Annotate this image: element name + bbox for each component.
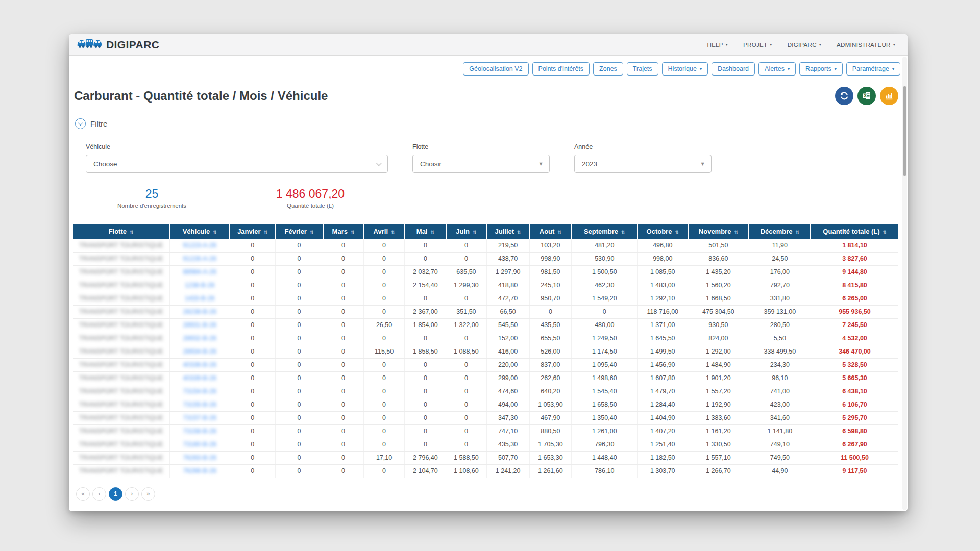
toolbar-button-label: Zones	[599, 65, 617, 72]
vehicule-link[interactable]: 73154-B-26	[183, 388, 216, 395]
month-cell: 1 251,40	[638, 438, 688, 451]
pagination-last[interactable]: »	[141, 487, 155, 501]
column-header-mai[interactable]: Mai⇅	[405, 224, 446, 239]
toolbar-button-historique[interactable]: Historique▾	[662, 62, 708, 76]
month-cell: 1 484,90	[688, 358, 749, 371]
month-cell: 462,30	[572, 279, 638, 292]
month-cell: 0	[363, 252, 405, 265]
month-cell: 0	[446, 332, 486, 345]
month-cell: 0	[230, 265, 275, 279]
column-header-novembre[interactable]: Novembre⇅	[688, 224, 749, 239]
vehicule-select[interactable]: Choose	[86, 155, 388, 173]
flotte-value: TRANSPORT TOURISTIQUE	[79, 401, 163, 408]
vehicule-link[interactable]: 28931-B-26	[183, 321, 216, 329]
month-cell: 0	[275, 318, 323, 332]
vehicule-link[interactable]: 28934-B-26	[183, 348, 216, 355]
month-cell: 0	[405, 385, 446, 398]
month-cell: 0	[275, 451, 323, 464]
chevron-down-icon: ▾	[726, 42, 728, 47]
toolbar-button-zones[interactable]: Zones	[593, 62, 623, 76]
nav-item-digiparc[interactable]: DIGIPARC▾	[788, 42, 821, 48]
filter-collapse-icon[interactable]	[75, 118, 86, 129]
column-header-v-hicule[interactable]: Véhicule⇅	[169, 224, 230, 239]
vehicule-link[interactable]: 73160-B-26	[183, 441, 216, 448]
column-header-aout[interactable]: Aout⇅	[529, 224, 571, 239]
nav-item-projet[interactable]: PROJET▾	[743, 42, 772, 48]
vehicule-link[interactable]: 76263-B-26	[183, 454, 216, 461]
chevron-down-icon: ▾	[700, 67, 702, 71]
vehicule-link[interactable]: 28932-B-26	[183, 335, 216, 342]
total-cell: 6 598,80	[811, 424, 898, 438]
filter-section: Filtre VéhiculeChooseFlotteChoisir▼Année…	[75, 118, 898, 173]
month-cell: 0	[275, 358, 323, 371]
toolbar-button-rapports[interactable]: Rapports▾	[799, 62, 843, 76]
annee-select[interactable]: 2023▼	[574, 155, 712, 173]
column-header-juillet[interactable]: Juillet⇅	[486, 224, 529, 239]
vehicule-link[interactable]: 73157-B-26	[183, 414, 216, 421]
vehicule-link[interactable]: 88984-A-26	[183, 268, 216, 276]
table-row: TRANSPORT TOURISTIQUE88984-A-2600002 032…	[73, 265, 898, 279]
month-cell: 0	[405, 292, 446, 305]
toolbar-button-param-trage[interactable]: Paramétrage▾	[846, 62, 900, 76]
vehicule-link[interactable]: 40339-B-26	[183, 374, 216, 382]
vehicule-link[interactable]: 40336-B-26	[183, 361, 216, 368]
vehicule-link[interactable]: 28238-B-26	[183, 308, 216, 315]
sort-icon: ⇅	[264, 230, 268, 235]
vehicule-cell: 73160-B-26	[169, 438, 230, 451]
month-cell: 1 500,50	[572, 265, 638, 279]
month-cell: 1 456,90	[638, 358, 688, 371]
vehicule-link[interactable]: 1238-B-26	[185, 282, 214, 289]
month-cell: 494,00	[486, 398, 529, 411]
column-header-avril[interactable]: Avril⇅	[363, 224, 405, 239]
column-header-flotte[interactable]: Flotte⇅	[73, 224, 169, 239]
toolbar-button-g-olocalisation-v2[interactable]: Géolocalisation V2	[463, 62, 528, 76]
nav-item-administrateur[interactable]: ADMINISTRATEUR▾	[837, 42, 895, 48]
vehicule-cell: 91223-A-26	[169, 239, 230, 252]
table-row: TRANSPORT TOURISTIQUE91226-A-26000000438…	[73, 252, 898, 265]
month-cell: 836,60	[688, 252, 749, 265]
month-cell: 0	[275, 371, 323, 385]
scrollbar-track[interactable]	[902, 57, 907, 510]
pagination-prev[interactable]: ‹	[92, 487, 106, 501]
month-cell: 1 658,50	[572, 398, 638, 411]
vehicule-link[interactable]: 91223-A-26	[183, 242, 216, 249]
month-cell: 981,50	[529, 265, 571, 279]
table-row: TRANSPORT TOURISTIQUE76266-B-2600002 104…	[73, 464, 898, 478]
nav-item-help[interactable]: HELP▾	[707, 42, 728, 48]
app-window: DIGIPARC HELP▾PROJET▾DIGIPARC▾ADMINISTRA…	[69, 34, 908, 511]
column-header-d-cembre[interactable]: Décembre⇅	[749, 224, 811, 239]
month-cell: 1 560,20	[688, 279, 749, 292]
month-cell: 786,10	[572, 464, 638, 478]
toolbar-button-trajets[interactable]: Trajets	[627, 62, 658, 76]
toolbar-button-alertes[interactable]: Alertes▾	[758, 62, 796, 76]
column-header-octobre[interactable]: Octobre⇅	[638, 224, 688, 239]
month-cell: 655,50	[529, 332, 571, 345]
bar-chart-button[interactable]	[880, 87, 898, 105]
vehicule-link[interactable]: 73155-B-26	[183, 401, 216, 408]
column-header-janvier[interactable]: Janvier⇅	[230, 224, 275, 239]
month-cell: 501,50	[688, 239, 749, 252]
fuel-table: Flotte⇅Véhicule⇅Janvier⇅Février⇅Mars⇅Avr…	[73, 224, 898, 478]
vehicule-link[interactable]: 91226-A-26	[183, 255, 216, 262]
toolbar-button-dashboard[interactable]: Dashboard	[712, 62, 755, 76]
pagination-page-1[interactable]: 1	[109, 487, 122, 501]
column-header-mars[interactable]: Mars⇅	[323, 224, 363, 239]
total-cell: 5 665,30	[811, 371, 898, 385]
vehicule-link[interactable]: 76266-B-26	[183, 467, 216, 474]
column-header-septembre[interactable]: Septembre⇅	[572, 224, 638, 239]
month-cell: 0	[323, 398, 363, 411]
scrollbar-thumb[interactable]	[903, 86, 906, 176]
toolbar-button-points-d-int-r-ts[interactable]: Points d'intérêts	[532, 62, 590, 76]
column-header-f-vrier[interactable]: Février⇅	[275, 224, 323, 239]
vehicule-link[interactable]: 73158-B-26	[183, 428, 216, 435]
refresh-button[interactable]	[835, 87, 853, 105]
month-cell: 0	[275, 305, 323, 318]
pagination-first[interactable]: «	[76, 487, 90, 501]
column-header-quantit-totale-l[interactable]: Quantité totale (L)⇅	[811, 224, 898, 239]
excel-export-button[interactable]: X	[857, 87, 876, 105]
vehicule-link[interactable]: 1433-B-26	[185, 295, 214, 302]
pagination-next[interactable]: ›	[125, 487, 139, 501]
flotte-select[interactable]: Choisir▼	[412, 155, 550, 173]
column-header-juin[interactable]: Juin⇅	[446, 224, 486, 239]
total-cell: 4 532,00	[811, 332, 898, 345]
